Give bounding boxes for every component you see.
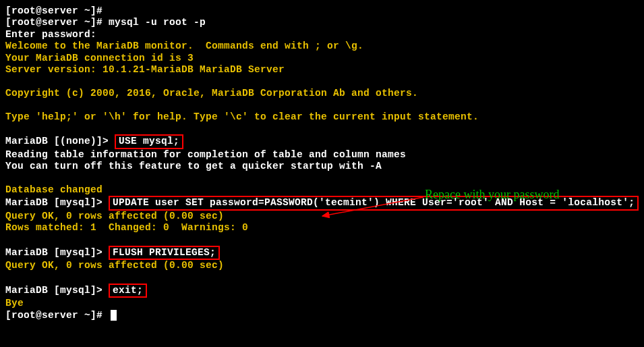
exit-command: exit; [109, 284, 147, 298]
cursor-block [111, 310, 117, 321]
exit-line: MariaDB [mysql]> exit; [5, 284, 639, 298]
mariadb-prompt: MariaDB [mysql]> [5, 197, 109, 208]
flush-privileges-line: MariaDB [mysql]> FLUSH PRIVILEGES; [5, 246, 639, 260]
flush-privileges-command: FLUSH PRIVILEGES; [109, 246, 220, 260]
shell-prompt: [root@server ~]# [5, 17, 109, 28]
help-line: Type 'help;' or '\h' for help. Type '\c'… [5, 111, 639, 123]
mariadb-prompt: MariaDB [mysql]> [5, 247, 109, 258]
reading-tables-line: Reading table information for completion… [5, 149, 639, 161]
bye-line: Bye [5, 298, 639, 309]
copyright-line: Copyright (c) 2000, 2016, Oracle, MariaD… [5, 88, 639, 99]
annotation-text: Repace with your password [425, 188, 559, 203]
welcome-line: Welcome to the MariaDB monitor. Commands… [5, 41, 639, 52]
use-mysql-line: MariaDB [(none)]> USE mysql; [5, 134, 639, 149]
shell-prompt: [root@server ~]# [5, 5, 639, 17]
rows-matched-line: Rows matched: 1 Changed: 0 Warnings: 0 [5, 222, 639, 234]
use-mysql-command: USE mysql; [115, 134, 183, 149]
server-version-line: Server version: 10.1.21-MariaDB MariaDB … [5, 64, 639, 76]
password-prompt: Enter password: [5, 29, 639, 41]
mysql-login-line: [root@server ~]# mysql -u root -p [5, 17, 639, 28]
shell-prompt-final: [root@server ~]# [5, 310, 639, 321]
query-ok-line: Query OK, 0 rows affected (0.00 sec) [5, 211, 639, 222]
mysql-command: mysql -u root -p [109, 17, 206, 28]
query-ok-line-2: Query OK, 0 rows affected (0.00 sec) [5, 260, 639, 271]
startup-hint-line: You can turn off this feature to get a q… [5, 161, 639, 172]
connection-id-line: Your MariaDB connection id is 3 [5, 53, 639, 64]
mariadb-prompt: MariaDB [(none)]> [5, 136, 115, 146]
terminal-output[interactable]: [root@server ~]# [root@server ~]# mysql … [5, 5, 639, 321]
mariadb-prompt: MariaDB [mysql]> [5, 285, 109, 296]
